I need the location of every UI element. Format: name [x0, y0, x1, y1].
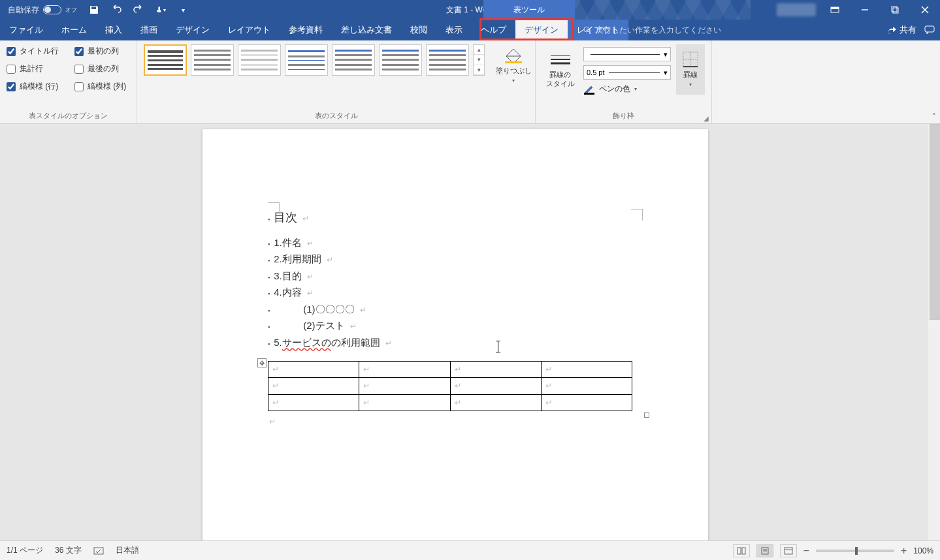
- autosave-state: オフ: [65, 6, 77, 14]
- zoom-level[interactable]: 100%: [913, 546, 933, 555]
- chk-label: 最後の列: [88, 63, 119, 74]
- style-thumb[interactable]: [332, 44, 375, 76]
- ribbon-display-icon[interactable]: [820, 0, 850, 20]
- comments-icon[interactable]: [924, 25, 935, 35]
- table-styles-gallery[interactable]: ▴▾▾: [144, 44, 528, 76]
- tab-view[interactable]: 表示: [436, 20, 472, 40]
- view-print-layout[interactable]: [756, 544, 773, 557]
- border-styles-button[interactable]: 罫線の スタイル: [542, 44, 578, 95]
- collapse-ribbon-icon[interactable]: ˄: [932, 112, 936, 121]
- word-count[interactable]: 36 文字: [55, 545, 82, 556]
- view-read-mode[interactable]: [733, 544, 750, 557]
- line-weight-combo[interactable]: 0.5 pt▾: [583, 65, 671, 80]
- table-cell[interactable]: ↵: [541, 378, 632, 394]
- undo-icon[interactable]: [111, 5, 122, 15]
- zoom-out-button[interactable]: −: [803, 545, 809, 557]
- table-cell[interactable]: ↵: [268, 362, 359, 378]
- table-row[interactable]: ↵↵↵↵: [268, 362, 632, 378]
- chk-first-column[interactable]: 最初の列: [74, 46, 130, 57]
- zoom-in-button[interactable]: +: [901, 545, 907, 557]
- table-cell[interactable]: ↵: [541, 394, 632, 411]
- table-cell[interactable]: ↵: [359, 378, 450, 394]
- autosave-toggle[interactable]: 自動保存 オフ: [8, 5, 77, 16]
- style-thumb[interactable]: [238, 44, 281, 76]
- doc-line: 5.サービスのの利用範囲: [274, 334, 380, 351]
- qat-customize-icon[interactable]: ▾: [178, 5, 188, 15]
- close-icon[interactable]: [910, 0, 940, 20]
- zoom-slider[interactable]: [816, 550, 894, 552]
- chk-total-row[interactable]: 集計行: [7, 63, 63, 74]
- page-indicator[interactable]: 1/1 ページ: [7, 545, 43, 556]
- tell-me-search[interactable]: 実行したい作業を入力してください: [583, 20, 721, 40]
- tab-review[interactable]: 校閲: [401, 20, 436, 40]
- touch-mode-icon[interactable]: ▾: [155, 5, 166, 15]
- pen-icon: [583, 84, 595, 95]
- tab-design[interactable]: デザイン: [167, 20, 219, 40]
- language-indicator[interactable]: 日本語: [116, 545, 139, 556]
- line-style-combo[interactable]: ▾: [583, 47, 671, 61]
- minimize-icon[interactable]: [850, 0, 880, 20]
- tab-mailings[interactable]: 差し込み文書: [332, 20, 401, 40]
- chk-banded-rows[interactable]: 縞模様 (行): [7, 81, 63, 92]
- tab-table-design[interactable]: デザイン: [515, 20, 568, 40]
- table-cell[interactable]: ↵: [541, 362, 632, 378]
- tab-draw[interactable]: 描画: [131, 20, 167, 40]
- tab-references[interactable]: 参考資料: [280, 20, 332, 40]
- scrollbar-thumb[interactable]: [930, 124, 940, 320]
- ribbon: タイトル行 最初の列 集計行 最後の列 縞模様 (行) 縞模様 (列) 表スタイ…: [0, 40, 940, 124]
- table-cell[interactable]: ↵: [450, 378, 541, 394]
- style-thumb[interactable]: [191, 44, 234, 76]
- table-cell[interactable]: ↵: [450, 362, 541, 378]
- svg-rect-12: [584, 93, 594, 95]
- table-row[interactable]: ↵↵↵↵: [268, 378, 632, 394]
- shading-button[interactable]: 塗りつぶし ▾: [494, 47, 533, 84]
- style-thumb[interactable]: [285, 44, 328, 76]
- document-area[interactable]: 目次↵ 1.件名↵ 2.利用期間↵ 3.目的↵ 4.内容↵ (1)〇〇〇〇↵ (…: [0, 124, 928, 540]
- vertical-scrollbar[interactable]: [928, 124, 940, 540]
- table-cell[interactable]: ↵: [268, 394, 359, 411]
- user-account[interactable]: [777, 3, 816, 16]
- style-thumb[interactable]: [379, 44, 422, 76]
- save-icon[interactable]: [89, 5, 99, 15]
- table-cell[interactable]: ↵: [268, 378, 359, 394]
- style-thumb[interactable]: [144, 44, 187, 76]
- table-row[interactable]: ↵↵↵↵: [268, 394, 632, 411]
- table-resize-handle-icon[interactable]: [644, 412, 649, 418]
- chk-banded-columns[interactable]: 縞模様 (列): [74, 81, 130, 92]
- gallery-more-button[interactable]: ▴▾▾: [473, 44, 485, 76]
- tab-home[interactable]: ホーム: [52, 20, 96, 40]
- view-web-layout[interactable]: [780, 544, 797, 557]
- btn-label: 塗りつぶし: [496, 67, 532, 75]
- share-button[interactable]: 共有: [888, 24, 916, 36]
- tab-file[interactable]: ファイル: [0, 20, 52, 40]
- tab-help[interactable]: ヘルプ: [472, 20, 515, 40]
- chk-label: 集計行: [20, 63, 43, 74]
- table-cell[interactable]: ↵: [359, 362, 450, 378]
- table-move-handle-icon[interactable]: ✥: [257, 358, 267, 367]
- chk-last-column[interactable]: 最後の列: [74, 63, 130, 74]
- style-thumb[interactable]: [426, 44, 469, 76]
- table-cell[interactable]: ↵: [450, 394, 541, 411]
- table-cell[interactable]: ↵: [359, 394, 450, 411]
- tab-layout[interactable]: レイアウト: [219, 20, 280, 40]
- dialog-launcher-icon[interactable]: ◢: [704, 115, 709, 122]
- document-content[interactable]: 目次↵ 1.件名↵ 2.利用期間↵ 3.目的↵ 4.内容↵ (1)〇〇〇〇↵ (…: [268, 208, 643, 429]
- toggle-icon: [43, 5, 61, 14]
- tab-insert[interactable]: 挿入: [96, 20, 131, 40]
- group-table-styles: ▴▾▾ 表のスタイル 塗りつぶし ▾: [137, 40, 536, 123]
- spellcheck-icon[interactable]: [93, 546, 104, 556]
- table-tools-contextual-tab: 表ツール: [483, 0, 575, 20]
- table[interactable]: ✥ ↵↵↵↵↵↵↵↵↵↵↵↵: [268, 361, 643, 411]
- maximize-icon[interactable]: [880, 0, 910, 20]
- pen-color-button[interactable]: ペンの色▾: [583, 84, 671, 95]
- doc-line: 4.内容: [274, 284, 302, 301]
- chk-header-row[interactable]: タイトル行: [7, 46, 63, 57]
- group-label: 表のスタイル: [144, 111, 528, 122]
- borders-button[interactable]: 罫線 ▾: [676, 44, 705, 95]
- border-style-icon: [549, 51, 572, 68]
- group-label: 飾り枠: [542, 111, 705, 122]
- borders-icon: [679, 51, 702, 68]
- redo-icon[interactable]: [133, 5, 144, 15]
- group-label: 表スタイルのオプション: [7, 111, 130, 122]
- tell-me-placeholder: 実行したい作業を入力してください: [596, 25, 721, 36]
